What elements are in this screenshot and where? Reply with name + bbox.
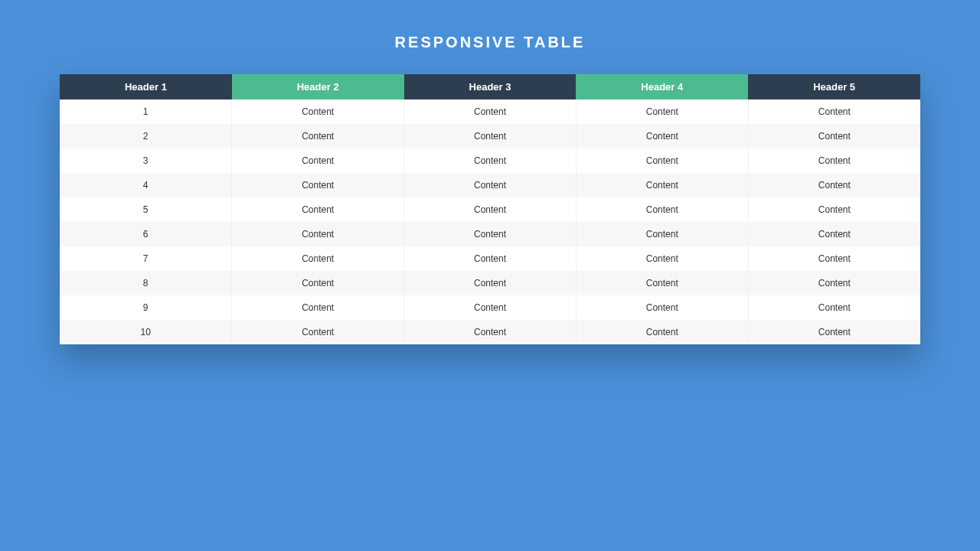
table-cell: Content bbox=[576, 197, 748, 222]
column-header-3: Header 3 bbox=[404, 74, 577, 99]
table-cell: Content bbox=[576, 295, 748, 320]
table-cell: 1 bbox=[60, 99, 232, 124]
table-row: 2ContentContentContentContent bbox=[60, 124, 920, 148]
table-cell: Content bbox=[748, 271, 920, 295]
table-cell: Content bbox=[404, 222, 577, 246]
table-container: Header 1Header 2Header 3Header 4Header 5… bbox=[60, 74, 920, 344]
table-cell: Content bbox=[404, 148, 577, 173]
table-cell: Content bbox=[576, 124, 748, 148]
table-cell: Content bbox=[232, 271, 404, 295]
column-header-5: Header 5 bbox=[748, 74, 920, 99]
table-cell: 8 bbox=[60, 271, 232, 295]
table-cell: Content bbox=[404, 173, 577, 197]
table-cell: 6 bbox=[60, 222, 232, 246]
table-row: 7ContentContentContentContent bbox=[60, 246, 920, 271]
table-cell: Content bbox=[232, 295, 404, 320]
table-cell: Content bbox=[576, 271, 748, 295]
table-cell: Content bbox=[748, 295, 920, 320]
table-cell: 2 bbox=[60, 124, 232, 148]
table-cell: Content bbox=[576, 320, 748, 344]
table-cell: Content bbox=[232, 197, 404, 222]
table-row: 5ContentContentContentContent bbox=[60, 197, 920, 222]
table-cell: 4 bbox=[60, 173, 232, 197]
table-cell: Content bbox=[576, 173, 748, 197]
table-cell: Content bbox=[748, 148, 920, 173]
table-header-row: Header 1Header 2Header 3Header 4Header 5 bbox=[60, 74, 920, 99]
table-row: 9ContentContentContentContent bbox=[60, 295, 920, 320]
table-cell: Content bbox=[576, 99, 748, 124]
table-cell: Content bbox=[404, 271, 577, 295]
table-row: 4ContentContentContentContent bbox=[60, 173, 920, 197]
table-head: Header 1Header 2Header 3Header 4Header 5 bbox=[60, 74, 920, 99]
table-cell: Content bbox=[232, 124, 404, 148]
table-cell: Content bbox=[232, 222, 404, 246]
table-cell: 5 bbox=[60, 197, 232, 222]
table-cell: Content bbox=[404, 295, 577, 320]
column-header-2: Header 2 bbox=[232, 74, 404, 99]
table-cell: Content bbox=[576, 246, 748, 271]
table-cell: Content bbox=[404, 320, 577, 344]
table-cell: Content bbox=[748, 173, 920, 197]
table-cell: Content bbox=[232, 246, 404, 271]
table-row: 8ContentContentContentContent bbox=[60, 271, 920, 295]
table-cell: 9 bbox=[60, 295, 232, 320]
table-cell: Content bbox=[748, 320, 920, 344]
table-body: 1ContentContentContentContent2ContentCon… bbox=[60, 99, 920, 344]
table-cell: 10 bbox=[60, 320, 232, 344]
data-table: Header 1Header 2Header 3Header 4Header 5… bbox=[60, 74, 920, 344]
table-cell: Content bbox=[232, 320, 404, 344]
page-title: RESPONSIVE TABLE bbox=[0, 0, 980, 74]
table-cell: Content bbox=[404, 197, 577, 222]
table-cell: Content bbox=[404, 246, 577, 271]
table-cell: Content bbox=[232, 173, 404, 197]
table-cell: Content bbox=[232, 99, 404, 124]
table-cell: Content bbox=[748, 99, 920, 124]
table-row: 1ContentContentContentContent bbox=[60, 99, 920, 124]
table-cell: Content bbox=[404, 124, 577, 148]
column-header-1: Header 1 bbox=[60, 74, 232, 99]
table-cell: Content bbox=[748, 246, 920, 271]
table-row: 10ContentContentContentContent bbox=[60, 320, 920, 344]
table-cell: 3 bbox=[60, 148, 232, 173]
table-cell: 7 bbox=[60, 246, 232, 271]
table-row: 3ContentContentContentContent bbox=[60, 148, 920, 173]
column-header-4: Header 4 bbox=[576, 74, 748, 99]
table-cell: Content bbox=[748, 124, 920, 148]
table-cell: Content bbox=[748, 222, 920, 246]
table-cell: Content bbox=[576, 148, 748, 173]
table-cell: Content bbox=[232, 148, 404, 173]
table-cell: Content bbox=[748, 197, 920, 222]
table-cell: Content bbox=[576, 222, 748, 246]
table-cell: Content bbox=[404, 99, 577, 124]
table-row: 6ContentContentContentContent bbox=[60, 222, 920, 246]
